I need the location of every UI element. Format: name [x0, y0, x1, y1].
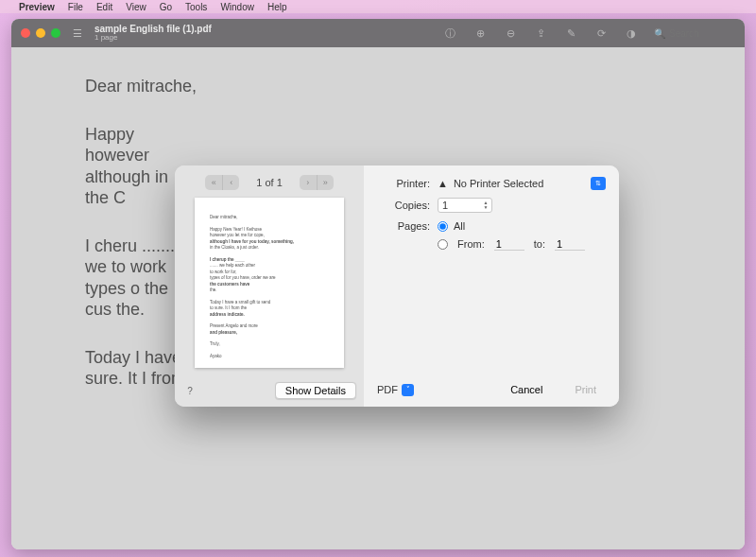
menu-help[interactable]: Help: [267, 2, 287, 12]
prev-page-icon[interactable]: ‹: [222, 175, 239, 190]
print-preview-pane: « ‹ 1 of 1 › » Dear mitrache, Happy New …: [175, 165, 364, 407]
share-icon[interactable]: ⇪: [533, 26, 548, 41]
printer-select[interactable]: ▲ No Printer Selected ⇅: [438, 177, 606, 190]
toolbar-tools: ⓘ ⊕ ⊖ ⇪ ✎ ⟳ ◑ 🔍: [442, 26, 735, 41]
menu-edit[interactable]: Edit: [96, 2, 112, 12]
pages-to-input[interactable]: [555, 237, 585, 251]
dropdown-arrows-icon[interactable]: ⇅: [591, 177, 606, 190]
menu-window[interactable]: Window: [220, 2, 254, 12]
show-details-button[interactable]: Show Details: [275, 382, 356, 399]
macos-menubar: Preview File Edit View Go Tools Window H…: [0, 0, 756, 13]
close-button[interactable]: [21, 28, 30, 38]
window-title-block: sample English file (1).pdf 1 page: [94, 25, 212, 43]
window-subtitle: 1 page: [94, 34, 212, 42]
zoom-out-icon[interactable]: ⊖: [503, 26, 518, 41]
copies-stepper[interactable]: 1 ▲▼: [438, 198, 492, 213]
menu-tools[interactable]: Tools: [185, 2, 207, 12]
pdf-popup-button[interactable]: PDF ˅: [377, 384, 414, 396]
sidebar-toggle-icon[interactable]: ☰: [70, 26, 85, 41]
next-page-segment[interactable]: › »: [300, 175, 334, 190]
pages-from-input[interactable]: [494, 237, 524, 251]
last-page-icon[interactable]: »: [317, 175, 334, 190]
zoom-button[interactable]: [51, 28, 60, 38]
menu-view[interactable]: View: [126, 2, 146, 12]
copies-label: Copies:: [377, 200, 430, 211]
info-icon[interactable]: ⓘ: [442, 26, 457, 41]
page-thumbnail: Dear mitrache, Happy New Year! I Kethose…: [195, 198, 344, 368]
stepper-arrows-icon[interactable]: ▲▼: [480, 200, 491, 211]
search-field[interactable]: 🔍: [654, 28, 735, 39]
zoom-in-icon[interactable]: ⊕: [472, 26, 488, 41]
print-dialog: « ‹ 1 of 1 › » Dear mitrache, Happy New …: [175, 165, 619, 407]
doc-paragraph: I cheru ....... we to work types o the c…: [85, 235, 180, 321]
printer-label: Printer:: [377, 178, 430, 189]
chevron-down-icon: ˅: [402, 384, 414, 396]
pages-all-radio[interactable]: [438, 221, 448, 232]
prev-page-segment[interactable]: « ‹: [205, 175, 239, 190]
doc-paragraph: Dear mitrache,: [85, 76, 671, 97]
print-options-pane: Printer: ▲ No Printer Selected ⇅ Copies:…: [364, 165, 619, 407]
app-menu[interactable]: Preview: [19, 2, 55, 12]
pages-label: Pages:: [377, 220, 430, 232]
copies-value[interactable]: 1: [438, 200, 480, 211]
titlebar: ☰ sample English file (1).pdf 1 page ⓘ ⊕…: [11, 19, 745, 47]
print-button[interactable]: Print: [565, 382, 606, 397]
search-icon: 🔍: [654, 28, 665, 39]
next-page-icon[interactable]: ›: [300, 175, 317, 190]
pages-all-option[interactable]: All: [438, 220, 585, 232]
menu-file[interactable]: File: [68, 2, 83, 12]
rotate-icon[interactable]: ⟳: [593, 26, 609, 41]
highlight-icon[interactable]: ◑: [624, 26, 639, 41]
markup-icon[interactable]: ✎: [563, 26, 578, 41]
page-indicator: 1 of 1: [256, 177, 283, 188]
cancel-button[interactable]: Cancel: [501, 382, 552, 397]
doc-paragraph: Happy however although in the C: [85, 124, 180, 209]
printer-value: No Printer Selected: [454, 178, 585, 189]
warning-icon: ▲: [438, 178, 448, 189]
pages-range-radio[interactable]: [438, 239, 448, 250]
menu-go[interactable]: Go: [160, 2, 172, 12]
search-input[interactable]: [669, 28, 735, 39]
pages-range-option[interactable]: From: to:: [438, 237, 585, 251]
first-page-icon[interactable]: «: [205, 175, 222, 190]
minimize-button[interactable]: [36, 28, 45, 38]
help-button[interactable]: ?: [182, 383, 198, 398]
traffic-lights: [21, 28, 60, 38]
